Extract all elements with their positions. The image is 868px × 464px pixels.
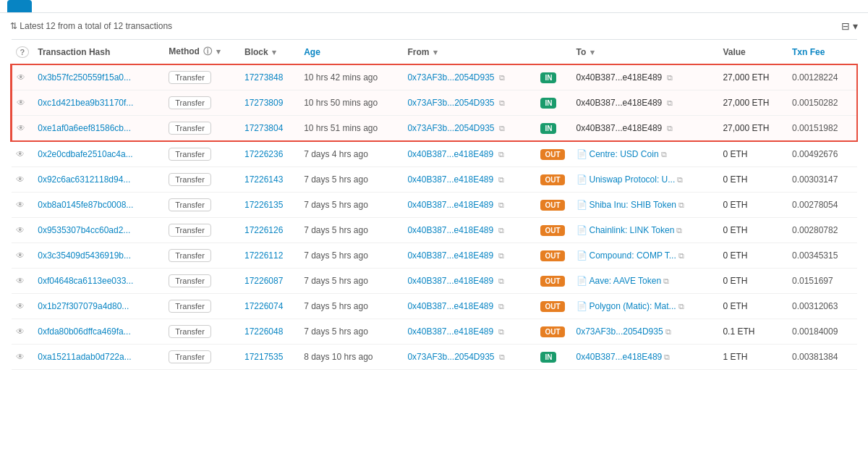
to-address[interactable]: Centre: USD Coin — [590, 149, 659, 159]
question-icon[interactable]: ? — [16, 46, 30, 58]
from-address[interactable]: 0x40B387...e418E489 — [407, 225, 493, 235]
block-link[interactable]: 17273848 — [244, 72, 283, 83]
eye-cell[interactable]: 👁 — [12, 269, 34, 294]
copy-to-icon[interactable]: ⧉ — [665, 327, 671, 336]
eye-cell[interactable]: 👁 — [12, 116, 34, 142]
eye-icon[interactable]: 👁 — [17, 123, 25, 133]
copy-to-icon[interactable]: ⧉ — [667, 73, 673, 82]
from-address[interactable]: 0x73AF3b...2054D935 — [407, 98, 494, 108]
copy-to-icon[interactable]: ⧉ — [678, 201, 684, 209]
eye-icon[interactable]: 👁 — [16, 326, 25, 337]
tab-comments[interactable] — [90, 0, 114, 12]
to-address[interactable]: 0x40B387...e418E489 — [576, 352, 663, 362]
copy-to-icon[interactable]: ⧉ — [663, 277, 669, 285]
tx-hash-link[interactable]: 0xc1d421bea9b31170f... — [38, 98, 133, 108]
tx-hash-link[interactable]: 0xb8a0145fe87bc0008... — [38, 200, 133, 210]
tx-hash-link[interactable]: 0x1b27f307079a4d80... — [38, 301, 129, 311]
copy-from-icon[interactable]: ⧉ — [498, 302, 504, 311]
copy-to-icon[interactable]: ⧉ — [678, 251, 684, 260]
tx-hash-link[interactable]: 0xfda80b06dffca469fa... — [38, 326, 131, 337]
tx-hash-link[interactable]: 0x92c6ac6312118d94... — [38, 174, 130, 185]
copy-from-icon[interactable]: ⧉ — [499, 98, 505, 107]
copy-to-icon[interactable]: ⧉ — [664, 353, 670, 361]
from-address[interactable]: 0x73AF3b...2054D935 — [407, 72, 494, 83]
eye-icon[interactable]: 👁 — [16, 200, 25, 210]
eye-icon[interactable]: 👁 — [16, 225, 25, 235]
eye-cell[interactable]: 👁 — [12, 90, 34, 116]
block-link[interactable]: 17226087 — [244, 276, 283, 286]
filter-button[interactable]: ⊟ ▾ — [841, 20, 858, 32]
from-address[interactable]: 0x40B387...e418E489 — [407, 276, 493, 286]
to-address[interactable]: Polygon (Matic): Mat... — [590, 301, 676, 311]
block-link[interactable]: 17226143 — [244, 174, 283, 185]
copy-from-icon[interactable]: ⧉ — [498, 226, 504, 235]
block-link[interactable]: 17226135 — [244, 200, 283, 210]
eye-icon[interactable]: 👁 — [17, 72, 25, 83]
eye-cell[interactable]: 👁 — [12, 243, 34, 269]
copy-from-icon[interactable]: ⧉ — [498, 150, 504, 159]
tx-hash-link[interactable]: 0x2e0cdbafe2510ac4a... — [38, 149, 132, 159]
block-link[interactable]: 17226126 — [244, 225, 283, 235]
from-filter-icon[interactable]: ▾ — [433, 48, 438, 56]
copy-from-icon[interactable]: ⧉ — [499, 353, 505, 361]
eye-icon[interactable]: 👁 — [16, 352, 25, 362]
tx-hash-link[interactable]: 0x3b57fc250559f15a0... — [38, 72, 131, 83]
tx-hash-link[interactable]: 0xf04648ca6113ee033... — [38, 276, 133, 286]
eye-cell[interactable]: 👁 — [12, 141, 34, 167]
eye-cell[interactable]: 👁 — [12, 218, 34, 243]
block-link[interactable]: 17217535 — [244, 352, 283, 362]
copy-to-icon[interactable]: ⧉ — [678, 302, 684, 311]
eye-icon[interactable]: 👁 — [16, 276, 25, 286]
block-filter-icon[interactable]: ▾ — [272, 48, 276, 56]
to-address[interactable]: Compound: COMP T... — [590, 250, 676, 261]
from-address[interactable]: 0x40B387...e418E489 — [407, 301, 493, 311]
block-link[interactable]: 17226074 — [244, 301, 283, 311]
eye-icon[interactable]: 👁 — [16, 174, 25, 185]
copy-from-icon[interactable]: ⧉ — [498, 327, 504, 336]
from-address[interactable]: 0x73AF3b...2054D935 — [407, 352, 494, 362]
tx-hash-link[interactable]: 0xa15211adab0d722a... — [38, 352, 131, 362]
copy-to-icon[interactable]: ⧉ — [661, 150, 667, 159]
method-filter-icon[interactable]: ▾ — [216, 47, 221, 56]
block-link[interactable]: 17226112 — [244, 250, 283, 261]
copy-to-icon[interactable]: ⧉ — [667, 124, 673, 132]
tab-token-transfers[interactable] — [35, 0, 59, 12]
tab-analytics[interactable] — [62, 0, 87, 12]
from-address[interactable]: 0x40B387...e418E489 — [407, 326, 493, 337]
block-link[interactable]: 17273804 — [244, 123, 283, 133]
copy-from-icon[interactable]: ⧉ — [498, 251, 504, 260]
eye-cell[interactable]: 👁 — [12, 167, 34, 193]
tx-hash-link[interactable]: 0x9535307b4cc60ad2... — [38, 225, 130, 235]
from-address[interactable]: 0x40B387...e418E489 — [407, 174, 493, 185]
copy-to-icon[interactable]: ⧉ — [667, 98, 673, 107]
to-filter-icon[interactable]: ▾ — [590, 48, 595, 56]
tab-transactions[interactable] — [7, 0, 32, 12]
copy-from-icon[interactable]: ⧉ — [498, 201, 504, 209]
copy-from-icon[interactable]: ⧉ — [498, 277, 504, 285]
eye-icon[interactable]: 👁 — [16, 250, 25, 261]
to-address[interactable]: Aave: AAVE Token — [590, 276, 662, 286]
eye-cell[interactable]: 👁 — [12, 345, 34, 370]
to-address[interactable]: 0x73AF3b...2054D935 — [576, 326, 663, 337]
eye-cell[interactable]: 👁 — [12, 193, 34, 218]
copy-from-icon[interactable]: ⧉ — [498, 175, 504, 184]
copy-to-icon[interactable]: ⧉ — [676, 226, 682, 235]
to-address[interactable]: Uniswap Protocol: U... — [590, 174, 676, 185]
from-address[interactable]: 0x40B387...e418E489 — [407, 250, 493, 261]
from-address[interactable]: 0x40B387...e418E489 — [407, 149, 493, 159]
from-address[interactable]: 0x40B387...e418E489 — [407, 200, 493, 210]
from-address[interactable]: 0x73AF3b...2054D935 — [407, 123, 494, 133]
eye-icon[interactable]: 👁 — [17, 98, 25, 108]
tx-hash-link[interactable]: 0xe1af0a6eef81586cb... — [38, 123, 131, 133]
eye-icon[interactable]: 👁 — [16, 149, 25, 159]
copy-to-icon[interactable]: ⧉ — [677, 175, 683, 184]
copy-from-icon[interactable]: ⧉ — [499, 124, 505, 132]
method-info-icon[interactable]: ⓘ — [203, 46, 212, 56]
block-link[interactable]: 17226236 — [244, 149, 283, 159]
copy-from-icon[interactable]: ⧉ — [499, 73, 505, 82]
to-address[interactable]: Chainlink: LINK Token — [590, 225, 675, 235]
to-address[interactable]: Shiba Inu: SHIB Token — [590, 200, 677, 210]
eye-cell[interactable]: 👁 — [12, 319, 34, 345]
block-link[interactable]: 17226048 — [244, 326, 283, 337]
eye-cell[interactable]: 👁 — [12, 294, 34, 319]
